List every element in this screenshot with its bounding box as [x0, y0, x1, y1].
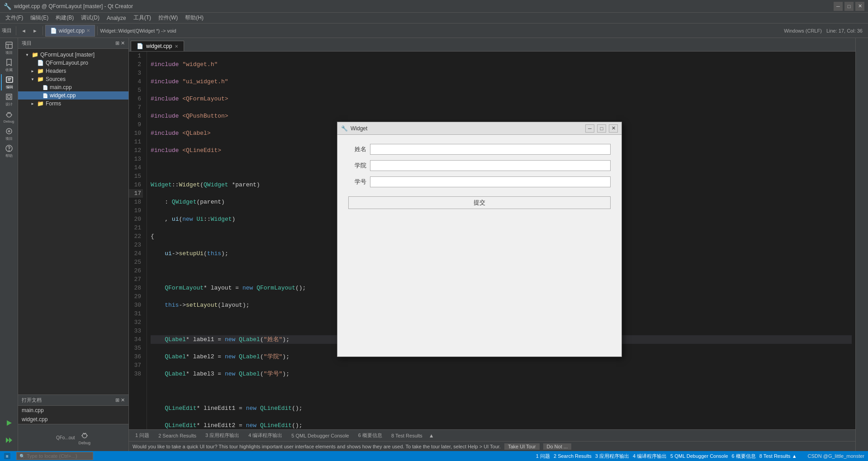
nav-back-button[interactable]: ◄ [19, 25, 29, 37]
line-24: 24 [129, 249, 143, 258]
code-line-4: #include <QPushButton> [151, 112, 852, 120]
sidebar-item-bookmarks[interactable]: 收藏 [1, 57, 17, 73]
csdn-watermark: CSDN @G_little_monster [808, 453, 864, 459]
line-23: 23 [129, 241, 143, 249]
form-submit-button[interactable]: 提交 [348, 196, 611, 209]
menu-controls[interactable]: 控件(W) [155, 13, 181, 23]
status-qml[interactable]: 5 QML Debugger Console [670, 453, 728, 459]
nav-forward-button[interactable]: ► [30, 25, 40, 37]
main-layout: 项目 收藏 编辑 设计 [0, 38, 868, 451]
project-label: 项目 [2, 27, 12, 34]
file-tab-close[interactable]: ✕ [86, 28, 90, 33]
tree-label-headers: Headers [46, 68, 66, 74]
file-tab[interactable]: 📄 widget.cpp ✕ [45, 25, 95, 37]
toolbar: 项目 ◄ ► 📄 widget.cpp ✕ Widget::Widget(QWi… [0, 24, 868, 38]
output-tab-compile[interactable]: 4 编译程序输出 [244, 431, 287, 440]
preview-window: 🔧 Widget ─ □ ✕ 姓名 学院 学号 提交 [337, 122, 622, 357]
menu-debug[interactable]: 调试(D) [77, 13, 103, 23]
editor-tab-widget[interactable]: 📄 widget.cpp ✕ [131, 41, 184, 51]
output-tab-search[interactable]: 2 Search Results [154, 432, 201, 439]
locate-bar[interactable]: 🔍 [16, 452, 93, 460]
close-button[interactable]: ✕ [855, 2, 864, 11]
editor-area: 📄 widget.cpp ✕ 1 2 3 4 5 6 7 8 9 10 11 1… [129, 38, 855, 451]
tree-item-pro[interactable]: 📄 QFormLayout.pro [18, 59, 128, 67]
line-35: 35 [129, 344, 143, 352]
line-17: 17 [129, 189, 143, 198]
tree-icon-pro: 📄 [37, 60, 44, 66]
editor-tab-name: widget.cpp [146, 43, 172, 49]
line-6: 6 [129, 95, 143, 103]
form-input-name[interactable] [370, 144, 611, 155]
status-app-output[interactable]: 3 应用程序输出 [595, 453, 629, 460]
menu-help[interactable]: 帮助(H) [181, 13, 207, 23]
tree-label-pro: QFormLayout.pro [46, 60, 88, 66]
status-summary[interactable]: 6 概要信息 [732, 453, 756, 460]
line-19: 19 [129, 206, 143, 215]
output-tab-qml[interactable]: 5 QML Debugger Console [287, 432, 353, 439]
sidebar-item-design[interactable]: 设计 [1, 91, 17, 108]
locate-input[interactable] [27, 453, 90, 459]
status-compile[interactable]: 4 编译程序输出 [633, 453, 667, 460]
sidebar-item-projects[interactable]: 项目 [1, 40, 17, 56]
preview-maximize-button[interactable]: □ [597, 124, 606, 133]
open-file-widget[interactable]: widget.cpp [18, 415, 128, 424]
menu-file[interactable]: 文件(F) [2, 13, 27, 23]
editor-tab-close[interactable]: ✕ [175, 44, 178, 49]
project-panel-controls[interactable]: ⊞ ✕ [115, 40, 125, 46]
tree-item-widget[interactable]: 📄 widget.cpp [18, 91, 128, 100]
form-input-id[interactable] [370, 176, 611, 187]
code-line-20 [151, 387, 852, 395]
menu-build[interactable]: 构建(B) [52, 13, 77, 23]
status-problems[interactable]: 1 问题 [536, 453, 550, 460]
preview-minimize-button[interactable]: ─ [585, 124, 594, 133]
output-tab-test[interactable]: 8 Test Results [387, 432, 427, 439]
sidebar-item-project2[interactable]: 项目 [1, 126, 17, 142]
status-test[interactable]: 8 Test Results ▲ [759, 453, 797, 459]
open-files-label: 打开文档 [22, 397, 42, 404]
sidebar-item-edit[interactable]: 编辑 [1, 74, 17, 90]
sidebar-item-run[interactable] [1, 415, 17, 431]
tree-icon-sources: 📁 [37, 76, 44, 82]
output-tab-app[interactable]: 3 应用程序输出 [201, 431, 244, 440]
tree-item-root[interactable]: ▼ 📁 QFormLayout [master] [18, 51, 128, 59]
sidebar-item-debug[interactable]: Debug [1, 109, 17, 125]
svg-rect-3 [6, 77, 13, 82]
menu-analyze[interactable]: Analyze [103, 14, 130, 22]
sidebar-label-bookmarks: 收藏 [5, 67, 13, 72]
line-34: 34 [129, 335, 143, 344]
menu-edit[interactable]: 编辑(E) [27, 13, 52, 23]
maximize-button[interactable]: □ [844, 2, 854, 11]
code-line-2: #include "ui_widget.h" [151, 77, 852, 86]
tree-item-main[interactable]: 📄 main.cpp [18, 83, 128, 91]
output-tab-problems[interactable]: 1 问题 [131, 431, 154, 440]
open-file-main[interactable]: main.cpp [18, 406, 128, 415]
tree-item-headers[interactable]: ► 📁 Headers [18, 67, 128, 75]
take-tour-button[interactable]: Take UI Tour [504, 443, 540, 450]
output-tab-summary[interactable]: 6 概要信息 [354, 431, 387, 440]
toolbar-separator-2 [43, 26, 43, 35]
sidebar-item-help[interactable]: 帮助 [1, 143, 17, 159]
minimize-button[interactable]: ─ [834, 2, 843, 11]
form-row-name: 姓名 [348, 144, 611, 155]
form-input-college[interactable] [370, 160, 611, 171]
open-files-controls[interactable]: ⊞ ✕ [115, 397, 125, 403]
app-icon: 🔧 [4, 3, 11, 10]
status-bar: ≡ 🔍 1 问题 2 Search Results 3 应用程序输出 4 编译程… [0, 451, 868, 461]
line-12: 12 [129, 146, 143, 155]
status-search[interactable]: 2 Search Results [554, 453, 592, 459]
tree-item-forms[interactable]: ► 📁 Forms [18, 100, 128, 108]
right-build-label[interactable]: 构建 [859, 40, 865, 43]
tree-item-sources[interactable]: ▼ 📁 Sources [18, 75, 128, 83]
left-sidebar: 项目 收藏 编辑 设计 [0, 38, 18, 451]
debug-bottom-icon[interactable]: Debug [79, 430, 91, 445]
preview-close-button[interactable]: ✕ [609, 124, 618, 133]
bottom-left-panel: QFo...out Debug [18, 424, 128, 451]
do-not-button[interactable]: Do Not ... [543, 443, 571, 450]
line-33: 33 [129, 327, 143, 335]
line-4: 4 [129, 77, 143, 86]
menu-tools[interactable]: 工具(T) [130, 13, 155, 23]
line-1: 1 [129, 52, 143, 60]
sidebar-item-build-run[interactable] [1, 432, 17, 448]
file-tab-name: widget.cpp [59, 28, 85, 34]
tour-bar: Would you like to take a quick UI tour? … [129, 441, 855, 451]
